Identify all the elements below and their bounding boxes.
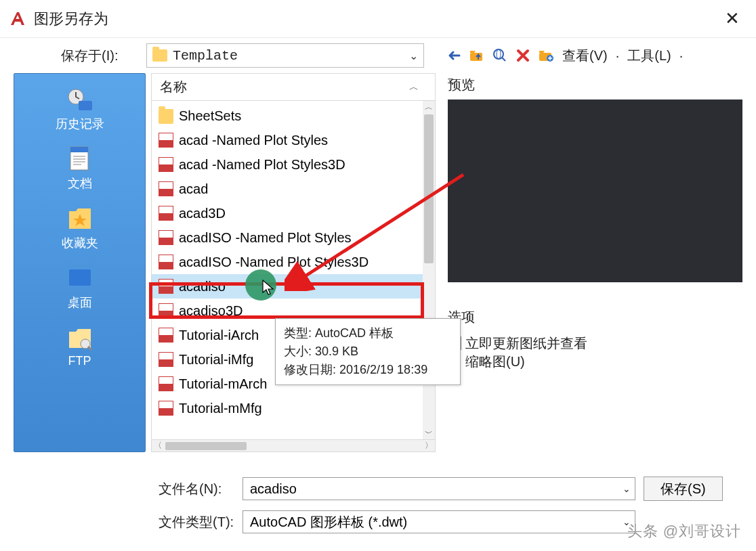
tooltip-date-value: 2016/2/19 18:39 [339,363,427,376]
right-pane: 预览 选项 立即更新图纸并查看 缩略图(U) [441,73,742,452]
scroll-right-icon[interactable]: 〉 [423,440,435,451]
sidebar-desktop[interactable]: 桌面 [14,261,145,317]
scroll-up-icon[interactable]: ︿ [425,101,433,113]
save-button[interactable]: 保存(S) [644,477,723,501]
folder-icon [159,109,173,124]
documents-icon [65,146,95,173]
scroll-thumb[interactable] [165,442,247,450]
sidebar-item-label: 桌面 [68,294,92,311]
scroll-left-icon[interactable]: 〈 [152,440,164,451]
delete-button[interactable] [513,46,532,65]
sidebar-item-label: 历史记录 [56,116,104,132]
preview-area [448,100,742,282]
path-text: Template [173,48,238,64]
file-list[interactable]: SheetSetsacad -Named Plot Stylesacad -Na… [152,101,423,439]
file-name: acad [179,181,208,197]
svg-point-1 [494,49,503,59]
dwt-file-icon [159,352,173,367]
filename-input[interactable]: acadiso ⌄ [243,477,635,500]
svg-point-2 [497,49,501,59]
ftp-icon [65,324,95,351]
svg-rect-9 [69,269,91,286]
file-row[interactable]: Tutorial-mMfg [152,396,423,420]
app-icon [8,9,27,28]
tooltip-type-label: 类型: [284,326,312,340]
file-name: Tutorial-mMfg [179,401,262,416]
watermark: 头条 @刘哥设计 [627,521,741,542]
close-button[interactable]: ✕ [717,5,748,32]
desktop-icon [65,265,95,292]
dwt-file-icon [159,133,173,148]
tooltip-size-label: 大小: [284,345,312,358]
chevron-down-icon[interactable]: ⌄ [623,483,631,494]
separator: · [614,48,621,64]
file-name: acadISO -Named Plot Styles3D [179,255,369,270]
search-web-button[interactable] [490,46,509,65]
up-folder-button[interactable] [467,46,486,65]
file-name: Tutorial-iArch [179,328,259,343]
dwt-file-icon [159,401,173,416]
file-name: acad -Named Plot Styles [179,133,328,148]
sidebar-ftp[interactable]: FTP [14,320,145,375]
sidebar-item-label: 文档 [68,175,92,192]
sidebar-item-label: 收藏夹 [62,235,98,251]
favorites-icon [65,205,95,232]
options-label: 选项 [448,308,742,326]
dialog-title: 图形另存为 [34,9,108,29]
file-name: acadiso [179,279,226,294]
scroll-down-icon[interactable]: ﹀ [425,427,433,439]
cursor-icon [261,279,275,296]
vertical-scrollbar[interactable]: ︿ ﹀ [423,101,435,439]
dwt-file-icon [159,181,173,196]
svg-rect-8 [70,147,88,152]
tooltip-type-value: AutoCAD 样板 [315,326,394,340]
filetype-dropdown[interactable]: AutoCAD 图形样板 (*.dwt) ⌄ [243,510,635,533]
filename-value: acadiso [250,481,297,497]
dwt-file-icon [159,279,173,294]
update-thumbnail-label: 立即更新图纸并查看 缩略图(U) [465,334,587,371]
dwt-file-icon [159,255,173,269]
file-row[interactable]: acadISO -Named Plot Styles3D [152,250,423,274]
toolstrip: 查看(V) · 工具(L) · [444,45,684,66]
tooltip-date-label: 修改日期: [284,363,336,376]
sidebar-history[interactable]: 历史记录 [14,82,145,139]
horizontal-scrollbar[interactable]: 〈 〉 [151,440,436,452]
dwt-file-icon [159,206,173,221]
file-name: acad -Named Plot Styles3D [179,157,345,173]
file-name: acadISO -Named Plot Styles [179,230,352,246]
titlebar: 图形另存为 ✕ [0,0,756,38]
dwt-file-icon [159,157,173,172]
column-header-row[interactable]: 名称 ︿ [151,73,436,100]
history-icon [65,86,95,113]
new-folder-button[interactable] [537,46,555,65]
file-name: acadiso3D [179,303,243,319]
dwt-file-icon [159,328,173,343]
file-row[interactable]: SheetSets [152,104,423,128]
svg-rect-6 [79,101,92,110]
file-row[interactable]: acadISO -Named Plot Styles [152,225,423,250]
sidebar-documents[interactable]: 文档 [14,141,145,198]
file-row[interactable]: acadiso [152,274,423,299]
file-row[interactable]: acad [152,177,423,201]
column-name[interactable]: 名称 [152,74,409,100]
view-menu[interactable]: 查看(V) [560,45,610,66]
sidebar-favorites[interactable]: 收藏夹 [14,201,145,258]
sidebar-item-label: FTP [68,354,91,368]
file-tooltip: 类型: AutoCAD 样板 大小: 30.9 KB 修改日期: 2016/2/… [275,318,461,385]
back-button[interactable] [444,46,463,65]
preview-label: 预览 [448,76,742,94]
file-name: Tutorial-iMfg [179,352,253,368]
topbar: 保存于(I): Template ⌄ 查看(V) · 工具(L) · [0,38,756,73]
sort-indicator-icon: ︿ [409,81,419,93]
file-row[interactable]: acad3D [152,201,423,225]
places-sidebar: 历史记录 文档 收藏夹 桌面 FTP [14,73,146,452]
tooltip-size-value: 30.9 KB [315,345,358,358]
tools-menu[interactable]: 工具(L) [625,45,673,66]
chevron-down-icon: ⌄ [409,49,418,62]
scroll-thumb[interactable] [424,114,434,263]
file-name: acad3D [179,206,226,221]
file-name: SheetSets [179,108,241,124]
file-row[interactable]: acad -Named Plot Styles [152,128,423,152]
file-row[interactable]: acad -Named Plot Styles3D [152,152,423,177]
path-dropdown[interactable]: Template ⌄ [146,43,424,68]
